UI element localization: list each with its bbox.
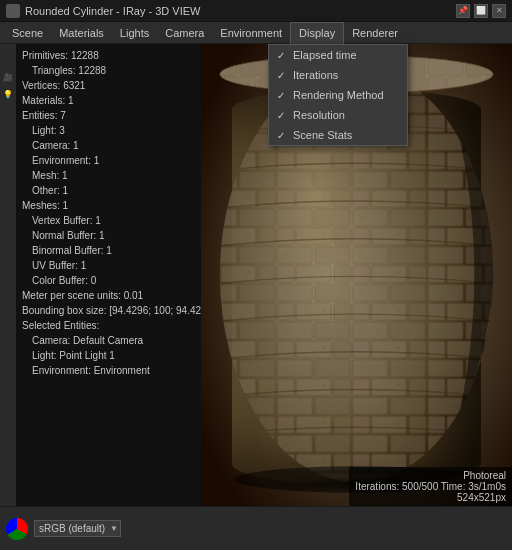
menu-camera[interactable]: Camera — [157, 22, 212, 44]
stat-line: Other: 1 — [22, 183, 195, 198]
stat-line: Light: 3 — [22, 123, 195, 138]
status-bar: sRGB (default) ▼ — [0, 506, 512, 550]
dropdown-rendering-method[interactable]: ✓ Rendering Method — [269, 85, 407, 105]
stats-container: Primitives: 12288Triangles: 12288Vertice… — [22, 48, 195, 378]
window-title: Rounded Cylinder - IRay - 3D VIEW — [25, 5, 456, 17]
dropdown-resolution[interactable]: ✓ Resolution — [269, 105, 407, 125]
menu-display[interactable]: Display — [290, 22, 344, 44]
main-area: 🎥 💡 Primitives: 12288Triangles: 12288Ver… — [0, 44, 512, 506]
stat-line: Vertex Buffer: 1 — [22, 213, 195, 228]
stat-line: Entities: 7 — [22, 108, 195, 123]
stat-line: Mesh: 1 — [22, 168, 195, 183]
close-button[interactable]: ✕ — [492, 4, 506, 18]
stat-line: UV Buffer: 1 — [22, 258, 195, 273]
dropdown-elapsed-time[interactable]: ✓ Elapsed time — [269, 45, 407, 65]
check-icon: ✓ — [277, 50, 285, 61]
stat-line: Meshes: 1 — [22, 198, 195, 213]
menu-bar: Scene Materials Lights Camera Environmen… — [0, 22, 512, 44]
colorspace-wrapper: sRGB (default) ▼ — [34, 520, 121, 537]
stat-line: Light: Point Light 1 — [22, 348, 195, 363]
stat-line: Vertices: 6321 — [22, 78, 195, 93]
stat-line: Materials: 1 — [22, 93, 195, 108]
menu-environment[interactable]: Environment — [212, 22, 290, 44]
dropdown-scene-stats[interactable]: ✓ Scene Stats — [269, 125, 407, 145]
stats-panel: Primitives: 12288Triangles: 12288Vertice… — [16, 44, 201, 506]
stat-line: Binormal Buffer: 1 — [22, 243, 195, 258]
menu-materials[interactable]: Materials — [51, 22, 112, 44]
stat-line: Selected Entities: — [22, 318, 195, 333]
menu-scene[interactable]: Scene — [4, 22, 51, 44]
menu-lights[interactable]: Lights — [112, 22, 157, 44]
stat-line: Environment: Environment — [22, 363, 195, 378]
render-method: Photoreal — [355, 470, 506, 481]
stat-line: Primitives: 12288 — [22, 48, 195, 63]
light-icon[interactable]: 💡 — [1, 87, 15, 101]
check-icon-2: ✓ — [277, 70, 285, 81]
title-bar: Rounded Cylinder - IRay - 3D VIEW 📌 ⬜ ✕ — [0, 0, 512, 22]
render-resolution: 524x521px — [355, 492, 506, 503]
stat-line: Meter per scene units: 0.01 — [22, 288, 195, 303]
maximize-button[interactable]: ⬜ — [474, 4, 488, 18]
stat-line: Environment: 1 — [22, 153, 195, 168]
left-toolbar: 🎥 💡 — [0, 66, 16, 506]
check-icon-3: ✓ — [277, 90, 285, 101]
check-icon-5: ✓ — [277, 130, 285, 141]
render-info-overlay: Photoreal Iterations: 500/500 Time: 3s/1… — [349, 467, 512, 506]
color-wheel-icon — [6, 518, 28, 540]
app-icon — [6, 4, 20, 18]
titlebar-buttons: 📌 ⬜ ✕ — [456, 4, 506, 18]
check-icon-4: ✓ — [277, 110, 285, 121]
colorspace-select[interactable]: sRGB (default) — [34, 520, 121, 537]
stat-line: Bounding box size: [94.4296; 100; 94.429… — [22, 303, 195, 318]
stat-line: Triangles: 12288 — [22, 63, 195, 78]
dropdown-iterations[interactable]: ✓ Iterations — [269, 65, 407, 85]
stat-line: Normal Buffer: 1 — [22, 228, 195, 243]
display-dropdown: ✓ Elapsed time ✓ Iterations ✓ Rendering … — [268, 44, 408, 146]
menu-renderer[interactable]: Renderer — [344, 22, 406, 44]
camera-icon[interactable]: 🎥 — [1, 70, 15, 84]
stat-line: Color Buffer: 0 — [22, 273, 195, 288]
stat-line: Camera: Default Camera — [22, 333, 195, 348]
render-iterations: Iterations: 500/500 Time: 3s/1m0s — [355, 481, 506, 492]
stat-line: Camera: 1 — [22, 138, 195, 153]
pin-button[interactable]: 📌 — [456, 4, 470, 18]
